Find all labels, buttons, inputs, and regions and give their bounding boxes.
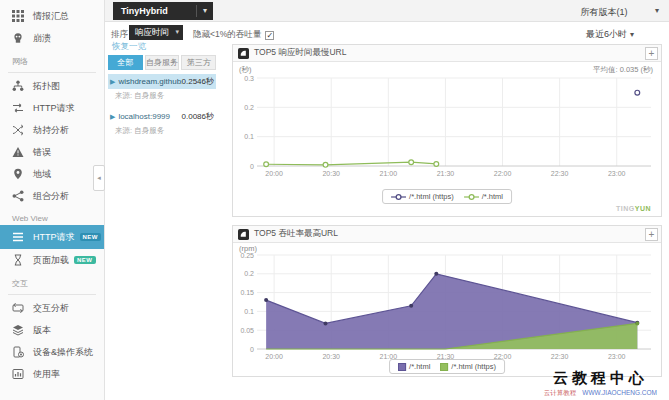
url-source-label: 来源: 自身服务 (108, 89, 216, 107)
share-icon (12, 190, 24, 202)
time-range-label: 最近6小时 (586, 29, 627, 39)
svg-text:21:30: 21:30 (437, 170, 455, 177)
tingyun-logo-icon (238, 48, 249, 59)
version-selector-dropdown[interactable]: 所有版本(1) ▾ (539, 0, 669, 22)
sidebar-item[interactable]: 情报汇总 (0, 5, 104, 27)
top-strip: TinyHybrid ▾ 所有版本(1) ▾ (105, 0, 669, 22)
svg-text:0.1: 0.1 (244, 308, 254, 315)
sidebar-section-label: 网络 (0, 49, 104, 69)
url-list-tabs: 全部自身服务第三方 (108, 55, 216, 70)
sidebar-item[interactable]: 错误 (0, 141, 104, 163)
sort-dropdown-value: 响应时间 (135, 27, 169, 39)
sidebar-section-label: Web View (0, 207, 104, 225)
legend-label: /*.html (409, 362, 430, 371)
svg-text:23:00: 23:00 (608, 170, 626, 177)
legend-marker-icon (398, 363, 406, 371)
chart1-plot[interactable]: 00.10.20.320:0020:3021:0021:3022:0022:30… (233, 74, 661, 186)
legend-marker-icon (440, 363, 448, 371)
sidebar-item-label: 劫持分析 (33, 124, 69, 137)
sidebar-collapse-handle[interactable]: ◂ (93, 165, 105, 191)
sidebar-item-label: 页面加载 (33, 254, 69, 267)
svg-text:0.2: 0.2 (244, 270, 254, 277)
legend-item[interactable]: /*.html (398, 362, 430, 371)
chart2-legend: /*.html/*.html (https) (389, 359, 505, 374)
chart1-header: TOP5 响应时间最慢URL + (233, 45, 661, 62)
url-name: localhost:9999 (118, 112, 181, 121)
hide-low-throughput-label: 隐藏<1%的吞吐量 (193, 29, 261, 41)
skull-icon (12, 32, 24, 44)
app-window: 情报汇总崩溃网络拓扑图HTTP请求劫持分析错误地域组合分析Web ViewHTT… (0, 0, 669, 400)
transfer-icon (12, 80, 24, 92)
chevron-down-icon: ▾ (175, 28, 179, 36)
filter-row: 排序 响应时间 ▾ 隐藏<1%的吞吐量 ✓ 最近6小时▾ (105, 22, 669, 44)
sidebar-item[interactable]: 崩溃 (0, 27, 104, 49)
url-list-tab[interactable]: 全部 (108, 55, 143, 70)
new-badge: NEW (80, 233, 102, 241)
chart2-expand-button[interactable]: + (645, 228, 658, 241)
svg-text:0: 0 (250, 346, 254, 353)
tingyun-logo-icon (238, 229, 249, 240)
svg-text:0.2: 0.2 (244, 104, 254, 111)
sidebar-item-label: 组合分析 (33, 190, 69, 203)
hide-low-throughput-checkbox[interactable]: ✓ (265, 31, 274, 40)
chart2-header: TOP5 吞吐率最高URL + (233, 226, 661, 243)
sidebar-item[interactable]: 设备&操作系统 (0, 341, 104, 363)
svg-text:0.1: 0.1 (244, 133, 254, 140)
url-name: wishdream.github.io (118, 77, 181, 86)
sidebar-item[interactable]: 地域 (0, 163, 104, 185)
sidebar-item[interactable]: 交互分析 (0, 297, 104, 319)
legend-item[interactable]: /*.html (464, 192, 503, 201)
svg-text:0.3: 0.3 (244, 75, 254, 82)
time-range-selector[interactable]: 最近6小时▾ (586, 28, 634, 41)
chart1-expand-button[interactable]: + (645, 47, 658, 60)
sidebar-item-label: 地域 (33, 168, 51, 181)
hide-low-throughput-option[interactable]: 隐藏<1%的吞吐量 ✓ (193, 29, 274, 41)
chart2-plot[interactable]: 00.050.10.150.20.2520:0020:3021:0021:302… (233, 250, 661, 363)
chart2-title: TOP5 吞吐率最高URL (254, 228, 338, 240)
restore-overview-link[interactable]: 恢复一览 (112, 41, 146, 53)
layers-icon (12, 324, 24, 336)
url-list-tab[interactable]: 第三方 (181, 55, 216, 70)
tingyun-brand-watermark: TINGYUN (616, 205, 651, 212)
sidebar-item[interactable]: 组合分析 (0, 185, 104, 207)
sidebar-item[interactable]: HTTP请求 (0, 97, 104, 119)
sidebar-item-label: HTTP请求 (33, 231, 75, 244)
chevron-down-icon: ▾ (630, 30, 634, 39)
sidebar-item[interactable]: 版本 (0, 319, 104, 341)
legend-item[interactable]: /*.html (https) (391, 192, 454, 201)
sort-label: 排序 (111, 29, 128, 41)
chevron-down-icon: ▾ (196, 5, 207, 17)
svg-text:22:30: 22:30 (551, 170, 569, 177)
svg-text:22:30: 22:30 (551, 353, 569, 360)
sidebar-item-label: 情报汇总 (33, 10, 69, 23)
sidebar-item[interactable]: 拓扑图 (0, 75, 104, 97)
device-icon (12, 346, 24, 358)
sidebar-item[interactable]: 使用率 (0, 363, 104, 385)
svg-text:20:30: 20:30 (322, 353, 340, 360)
sidebar-item[interactable]: 劫持分析 (0, 119, 104, 141)
url-list-item[interactable]: ▶wishdream.github.io0.2546秒 (108, 74, 216, 89)
legend-label: /*.html (https) (409, 192, 454, 201)
legend-label: /*.html (https) (451, 362, 496, 371)
sidebar-divider (8, 294, 96, 295)
svg-text:20:30: 20:30 (322, 170, 340, 177)
hourglass-icon (12, 254, 24, 266)
svg-text:0.15: 0.15 (240, 289, 254, 296)
url-list-item[interactable]: ▶localhost:99990.0086秒 (108, 109, 216, 124)
url-list-tab[interactable]: 自身服务 (145, 55, 180, 70)
url-value: 0.0086秒 (182, 111, 214, 122)
sidebar-item-label: 错误 (33, 146, 51, 159)
app-selector-dropdown[interactable]: TinyHybrid ▾ (113, 2, 213, 20)
watermark-sub-right: WWW.JIAOCHENG.COM (582, 389, 657, 396)
sidebar-item[interactable]: 页面加载NEW (0, 249, 104, 271)
sidebar-item[interactable]: HTTP请求NEW (0, 225, 104, 249)
legend-label: /*.html (482, 192, 503, 201)
sidebar-item-label: 使用率 (33, 368, 60, 381)
version-selector-label: 所有版本(1) (581, 6, 628, 19)
sidebar-section-label: 交互 (0, 271, 104, 291)
url-source-label: 来源: 自身服务 (108, 124, 216, 142)
url-value: 0.2546秒 (182, 76, 214, 87)
sidebar-item-label: HTTP请求 (33, 102, 75, 115)
sort-dropdown[interactable]: 响应时间 ▾ (129, 25, 183, 40)
legend-item[interactable]: /*.html (https) (440, 362, 496, 371)
